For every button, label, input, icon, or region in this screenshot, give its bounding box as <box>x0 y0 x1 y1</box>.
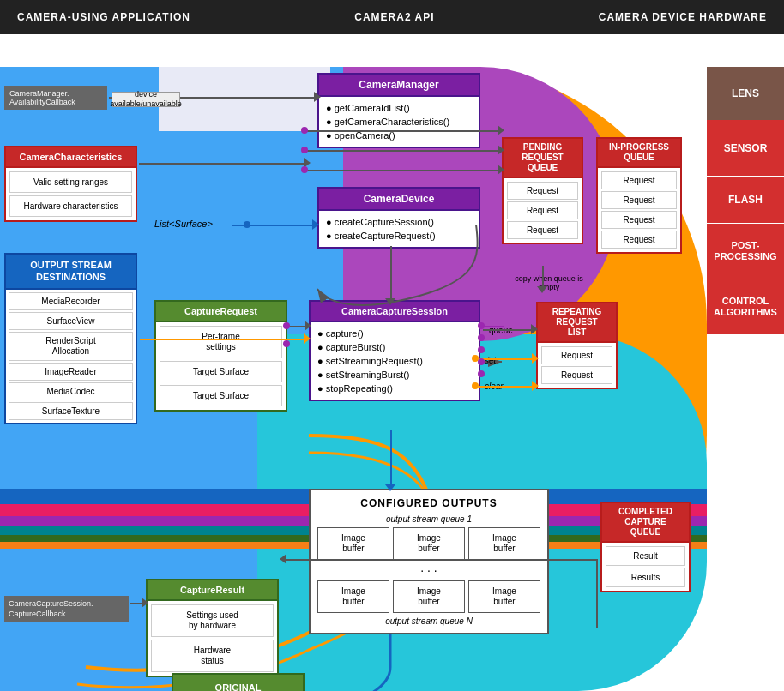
in-progress-queue-container: IN-PROGRESSQUEUE Request Request Request… <box>596 137 682 254</box>
target-surface-1: Target Surface <box>160 361 282 382</box>
queueN-label: output stream queue N <box>317 616 540 626</box>
method-arrow-dot-2 <box>301 147 308 153</box>
original-capture-request-title: ORIGINALCaptureRequest <box>172 673 305 691</box>
repeating-list-container: REPEATINGREQUESTLIST Request Request <box>536 302 618 389</box>
completed-to-result-vertical <box>596 559 598 628</box>
post-processing-band: POST-PROCESSING <box>707 223 784 279</box>
method-arrow-3 <box>307 170 501 171</box>
method-arrow-2-head <box>498 145 504 155</box>
original-capture-request-container: ORIGINALCaptureRequest <box>172 673 305 691</box>
configured-outputs-container: CONFIGURED OUTPUTS output stream queue 1… <box>309 489 549 634</box>
list-surface-arrowhead <box>312 219 319 230</box>
list-surface-label: List<Surface> <box>154 219 213 229</box>
pending-queue-items: Request Request Request <box>502 178 583 244</box>
vertical-arrow-1 <box>390 246 392 302</box>
image-reader: ImageReader <box>9 363 133 381</box>
header-col2: CAMERA2 API <box>354 11 434 23</box>
pending-req-3: Request <box>507 221 578 239</box>
queue-arrowhead <box>531 324 538 334</box>
copy-label: copy when queue is empty <box>506 274 592 291</box>
queue-arrow <box>483 329 534 331</box>
sensor-label: SENSOR <box>724 142 768 154</box>
ip-req-3: Request <box>601 211 677 229</box>
per-frame-settings: Per-framesettings <box>160 326 282 358</box>
configured-outputs-title: CONFIGURED OUTPUTS <box>317 497 540 509</box>
capture-result-items: Settings usedby hardware Hardwarestatus <box>146 601 279 677</box>
capture-result-title: CaptureResult <box>146 579 279 601</box>
list-surface-dot <box>244 221 250 228</box>
completed-to-result-arrowhead <box>280 554 286 564</box>
pending-req-2: Request <box>507 201 578 219</box>
rep-req-2: Request <box>541 366 612 384</box>
surface-view: SurfaceView <box>9 312 133 330</box>
completed-to-result-horizontal <box>283 559 596 561</box>
post-processing-label: POST-PROCESSING <box>714 240 776 262</box>
hardware-characteristics: Hardware characteristics <box>9 195 132 217</box>
method-arrow-1 <box>307 130 501 132</box>
img-buf-5: Imagebuffer <box>393 580 465 613</box>
ccs-method-4: ● setStreamingBurst() <box>317 368 472 382</box>
clear-arrow <box>479 386 534 388</box>
img-buf-4: Imagebuffer <box>317 580 389 613</box>
img-buf-2: Imagebuffer <box>393 527 465 560</box>
bg-camera-manager-area <box>159 67 330 131</box>
hardware-status: Hardwarestatus <box>151 640 274 672</box>
output-destinations-container: OUTPUT STREAMDESTINATIONS MediaRecorder … <box>4 253 137 424</box>
camera-manager-callback: CameraManager. AvailabilityCallback <box>4 86 107 110</box>
vertical-arrow-1-head <box>385 298 395 305</box>
ccs-method-3: ● setStreamingRequest() <box>317 354 472 368</box>
ip-req-2: Request <box>601 191 677 209</box>
img-buf-1: Imagebuffer <box>317 527 389 560</box>
repeating-list-items: Request Request <box>536 343 618 389</box>
capture-request-title: CaptureRequest <box>154 300 287 322</box>
camera-manager-title: CameraManager <box>317 73 480 97</box>
capture-request-container: CaptureRequest Per-framesettings Target … <box>154 300 287 412</box>
surface-texture: SurfaceTexture <box>9 402 133 420</box>
target-surface-2: Target Surface <box>160 385 282 406</box>
method-arrow-1-head <box>498 125 504 135</box>
cr-dot-2 <box>283 340 290 347</box>
callback-to-result-arrowhead <box>142 598 148 608</box>
pending-queue-container: PENDINGREQUESTQUEUE Request Request Requ… <box>502 137 583 244</box>
in-progress-queue-title: IN-PROGRESSQUEUE <box>596 137 682 168</box>
queue1-label: output stream queue 1 <box>317 514 540 524</box>
camera-characteristics-title: CameraCharacteristics <box>4 146 137 168</box>
completed-queue-container: COMPLETEDCAPTUREQUEUE Result Results <box>600 502 691 592</box>
ip-req-1: Request <box>601 171 677 189</box>
completed-queue-title: COMPLETEDCAPTUREQUEUE <box>600 502 691 543</box>
pending-req-1: Request <box>507 182 578 200</box>
control-algorithms-band: CONTROLALGORITHMS <box>707 279 784 334</box>
camera-capture-session-methods: ● capture() ● captureBurst() ● setStream… <box>309 322 480 401</box>
img-buf-6: Imagebuffer <box>468 580 540 613</box>
clear-arrowhead <box>532 381 539 391</box>
rep-req-1: Request <box>541 346 612 364</box>
char-arrow-1 <box>139 163 306 165</box>
valid-settings: Valid setting ranges <box>9 171 132 193</box>
settings-used: Settings usedby hardware <box>151 604 274 637</box>
media-recorder: MediaRecorder <box>9 292 133 310</box>
device-arrow-line <box>180 97 317 99</box>
set-streaming-dot <box>478 346 485 353</box>
session-to-outputs-arrowhead <box>385 484 395 491</box>
dots-1: · · · <box>317 563 540 577</box>
ccs-method-2: ● captureBurst() <box>317 340 472 354</box>
camera-device-title: CameraDevice <box>317 187 480 211</box>
result-2: Results <box>606 568 685 587</box>
camera-manager-container: CameraManager ● getCameraIdList() ● getC… <box>317 73 480 148</box>
method-2: ● getCameraCharacteristics() <box>326 115 472 129</box>
diagram: LENS SENSOR FLASH POST-PROCESSING CONTRO… <box>0 34 784 691</box>
clear-dot <box>472 382 479 389</box>
result-1: Result <box>606 546 685 566</box>
lens-band: LENS <box>707 67 784 120</box>
img-buf-3: Imagebuffer <box>468 527 540 560</box>
method-arrow-dot-3 <box>301 166 308 173</box>
copy-arrow-down <box>537 286 547 293</box>
session-to-outputs-arrow <box>390 430 392 487</box>
ip-req-4: Request <box>601 231 677 249</box>
render-script: RenderScriptAllocation <box>9 332 133 361</box>
flash-band: FLASH <box>707 176 784 223</box>
media-codec: MediaCodec <box>9 382 133 400</box>
pending-queue-title: PENDINGREQUESTQUEUE <box>502 137 583 178</box>
header-col3: CAMERA DEVICE HARDWARE <box>599 11 767 23</box>
cr-dot-1 <box>283 322 290 329</box>
